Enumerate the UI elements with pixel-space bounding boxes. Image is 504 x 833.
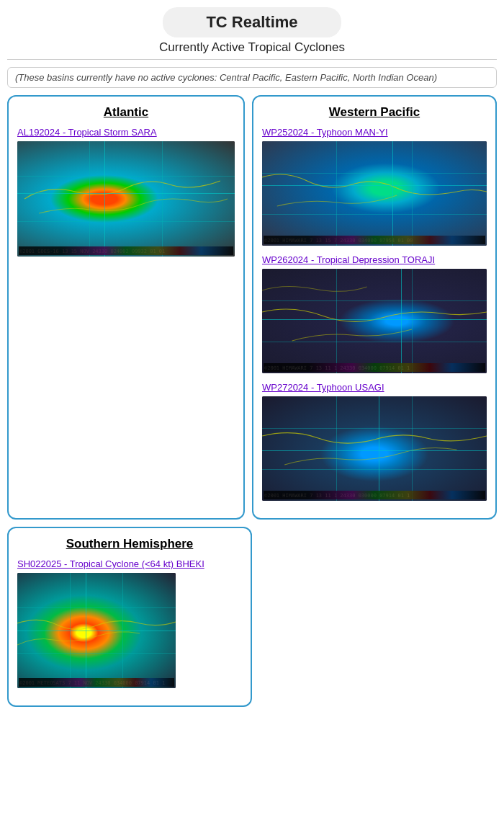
wp25-satellite-image: ©2001 HIMAWARI 7 13 15 7 24330 034000 07…	[262, 141, 487, 246]
al19-link[interactable]: AL192024 - Tropical Storm SARA	[17, 127, 235, 138]
page-subtitle: Currently Active Tropical Cyclones	[7, 40, 497, 55]
al19-satellite-image: ©2001 GOES-16 13 15 NOV 24330 024002 099…	[17, 141, 235, 257]
southern-hemisphere-row: Southern Hemisphere SH022025 - Tropical …	[7, 527, 497, 707]
basins-row: Atlantic AL192024 - Tropical Storm SARA …	[7, 95, 497, 520]
atlantic-basin-box: Atlantic AL192024 - Tropical Storm SARA …	[7, 95, 245, 520]
atlantic-basin-title: Atlantic	[17, 105, 235, 120]
western-pacific-basin-title: Western Pacific	[262, 105, 487, 120]
wp27-link[interactable]: WP272024 - Typhoon USAGI	[262, 382, 487, 393]
sh02-link[interactable]: SH022025 - Tropical Cyclone (<64 kt) BHE…	[17, 558, 242, 569]
no-cyclones-notice: (These basins currently have no active c…	[7, 67, 497, 88]
wp26-link[interactable]: WP262024 - Tropical Depression TORAJI	[262, 254, 487, 265]
page-title: TC Realtime	[163, 7, 341, 37]
southern-hemisphere-basin-title: Southern Hemisphere	[17, 537, 242, 551]
western-pacific-basin-box: Western Pacific WP252024 - Typhoon MAN-Y…	[252, 95, 497, 520]
wp25-link[interactable]: WP252024 - Typhoon MAN-YI	[262, 127, 487, 138]
wp26-satellite-image: ©2001 HIMAWARI 7 13 11 1 24330 034000 07…	[262, 269, 487, 373]
section-divider	[7, 59, 497, 60]
sh02-satellite-image: ©2001 METEOSAT3 7 11 NOV 24330 034000 07…	[17, 573, 176, 688]
wp27-satellite-image: ©2001 HIMAWARI 7 13 11 1 24330 030000 07…	[262, 396, 487, 501]
southern-hemisphere-basin-box: Southern Hemisphere SH022025 - Tropical …	[7, 527, 252, 707]
